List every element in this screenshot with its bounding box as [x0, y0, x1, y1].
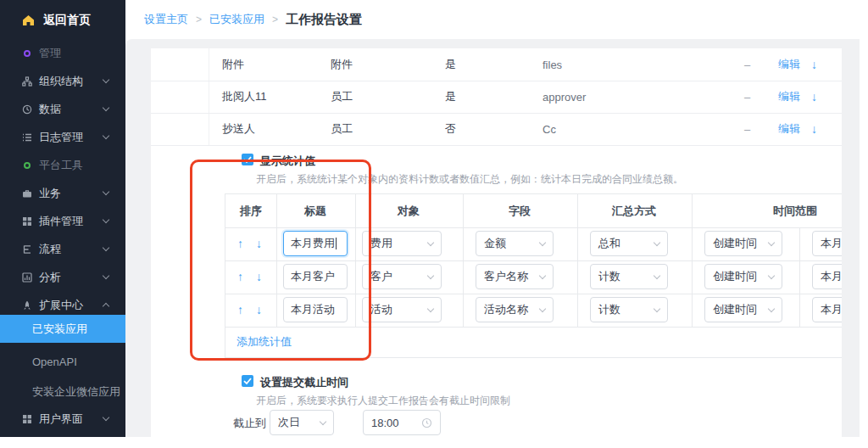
deadline-label: 设置提交截止时间: [260, 375, 348, 390]
clock-icon: [22, 104, 32, 115]
field-row-attachment: 附件 附件 是 files – 编辑 ↓: [151, 48, 842, 81]
ui-grid-icon: [22, 414, 32, 424]
move-down-icon[interactable]: ↓: [811, 90, 817, 104]
field-name: 抄送人: [222, 121, 255, 137]
topbar: 设置主页 > 已安装应用 > 工作报告设置: [125, 0, 868, 39]
sort-up-button[interactable]: ↑: [237, 264, 243, 289]
show-stats-checkbox[interactable]: [242, 154, 253, 165]
sidebar-subitem-installed-apps[interactable]: 已安装应用: [0, 315, 125, 343]
field-type: 附件: [331, 57, 353, 72]
breadcrumb-link-installed-apps[interactable]: 已安装应用: [209, 12, 264, 27]
stats-table: 排序 标题 对象 字段 汇总方式 时间范围 ↑ ↓ 本月费用 费用 金额 总和 …: [225, 193, 842, 358]
sidebar-subitem-openapi[interactable]: OpenAPI: [0, 348, 125, 376]
sidebar-item-workflow[interactable]: 流程: [0, 235, 125, 263]
sidebar-item-org-structure[interactable]: 组织结构: [0, 67, 125, 95]
ring-purple-icon: [22, 48, 32, 59]
time-field-select[interactable]: 创建时间: [704, 264, 782, 289]
stat-title-input[interactable]: 本月费用: [283, 231, 348, 256]
field-select[interactable]: 金额: [476, 231, 554, 256]
edit-link[interactable]: 编辑: [778, 121, 800, 137]
header-field: 字段: [509, 194, 531, 227]
stat-title-input[interactable]: 本月活动: [283, 297, 348, 322]
aggregation-select[interactable]: 计数: [590, 297, 668, 322]
sidebar-item-plugins[interactable]: 插件管理: [0, 207, 125, 235]
list-icon: [22, 132, 32, 143]
field-select[interactable]: 活动名称: [476, 297, 554, 322]
chevron-down-icon: [103, 414, 109, 421]
aggregation-select[interactable]: 计数: [590, 264, 668, 289]
chevron-down-icon: [103, 76, 109, 83]
breadcrumb-separator: >: [272, 14, 278, 25]
field-row-approver: 批阅人11 员工 是 approver – 编辑 ↓: [151, 81, 842, 113]
back-to-home-label: 返回首页: [43, 13, 91, 28]
chevron-down-icon: [427, 238, 434, 245]
check-icon: [242, 375, 253, 387]
object-select[interactable]: 活动: [362, 297, 442, 322]
chevron-down-icon: [103, 132, 109, 139]
field-api-name: approver: [542, 91, 586, 104]
field-dash: –: [744, 91, 750, 104]
object-select[interactable]: 费用: [362, 231, 442, 256]
sidebar-item-business[interactable]: 业务: [0, 179, 125, 207]
sort-down-button[interactable]: ↓: [256, 297, 262, 322]
chevron-down-icon: [539, 305, 546, 311]
chevron-down-icon: [103, 216, 109, 223]
time-range-select[interactable]: 本月: [812, 231, 842, 256]
sort-up-button[interactable]: ↑: [237, 297, 243, 322]
sort-up-button[interactable]: ↑: [237, 231, 243, 256]
back-to-home-button[interactable]: 返回首页: [0, 7, 125, 34]
row-divider: [151, 145, 842, 146]
field-select[interactable]: 客户名称: [476, 264, 554, 289]
deadline-checkbox[interactable]: [242, 375, 253, 387]
chevron-down-icon: [539, 272, 546, 278]
grid-icon: [22, 216, 32, 227]
settings-card: 附件 附件 是 files – 编辑 ↓ 批阅人11 员工 是 approver…: [151, 48, 842, 437]
time-field-select[interactable]: 创建时间: [704, 231, 782, 256]
aggregation-select[interactable]: 总和: [590, 231, 668, 256]
stat-title-input[interactable]: 本月客户: [283, 264, 348, 289]
check-icon: [242, 154, 253, 165]
breadcrumb: 设置主页 > 已安装应用 > 工作报告设置: [144, 12, 362, 28]
sidebar-item-user-interface[interactable]: 用户界面: [0, 405, 125, 433]
sidebar-item-data[interactable]: 数据: [0, 95, 125, 123]
text-caret: [336, 238, 337, 249]
chart-icon: [22, 272, 32, 283]
deadline-day-select[interactable]: 次日: [270, 410, 334, 435]
time-range-select[interactable]: 本月: [812, 297, 842, 322]
edit-link[interactable]: 编辑: [778, 89, 800, 104]
chevron-down-icon: [768, 238, 775, 245]
show-stats-description: 开启后，系统统计某个对象内的资料计数或者数值汇总，例如：统计本日完成的合同业绩总…: [256, 172, 683, 187]
chevron-down-icon: [320, 417, 326, 424]
sidebar-item-analysis[interactable]: 分析: [0, 263, 125, 291]
sidebar-item-manage[interactable]: 管理: [0, 39, 125, 67]
edit-link[interactable]: 编辑: [778, 57, 800, 72]
org-tree-icon: [22, 76, 32, 87]
field-required: 是: [445, 57, 456, 72]
briefcase-icon: [22, 188, 32, 199]
sidebar-item-platform-tools[interactable]: 平台工具: [0, 151, 125, 179]
field-name: 批阅人11: [222, 89, 267, 104]
deadline-description: 开启后，系统要求执行人提交工作报告会有截止时间限制: [256, 394, 510, 408]
object-select[interactable]: 客户: [362, 264, 442, 289]
show-stats-label: 显示统计值: [260, 154, 315, 169]
chevron-down-icon: [654, 238, 660, 245]
field-type: 员工: [331, 121, 353, 137]
sort-down-button[interactable]: ↓: [256, 231, 262, 256]
sidebar-item-log-manage[interactable]: 日志管理: [0, 123, 125, 151]
time-range-select[interactable]: 本月: [812, 264, 842, 289]
move-down-icon[interactable]: ↓: [811, 122, 817, 136]
add-stat-link[interactable]: 添加统计值: [236, 334, 292, 350]
sort-down-button[interactable]: ↓: [256, 264, 262, 289]
breadcrumb-link-settings-home[interactable]: 设置主页: [144, 12, 188, 27]
move-down-icon[interactable]: ↓: [811, 58, 817, 71]
field-dash: –: [744, 59, 750, 71]
field-required: 是: [445, 89, 456, 104]
chevron-down-icon: [103, 104, 109, 111]
deadline-time-input[interactable]: 18:00: [363, 410, 441, 435]
row-border: [225, 294, 842, 294]
clock-icon: [421, 417, 432, 428]
time-field-select[interactable]: 创建时间: [704, 297, 782, 322]
row-border: [225, 327, 842, 328]
sidebar-subitem-install-wecom-app[interactable]: 安装企业微信应用: [0, 378, 125, 406]
chevron-down-icon: [427, 305, 434, 311]
